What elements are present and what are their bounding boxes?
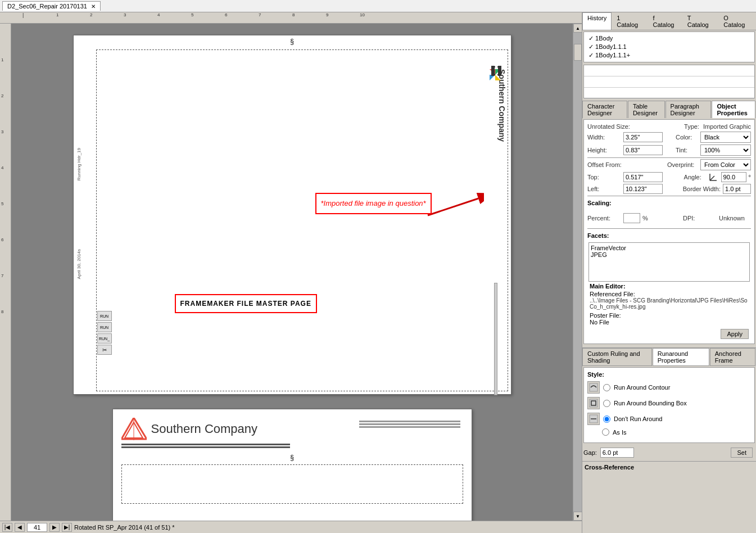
- apply-button[interactable]: Apply: [721, 329, 749, 339]
- angle-label: Angle:: [684, 174, 707, 180]
- as-is-radio[interactable]: [602, 428, 609, 436]
- tab-custom-ruling[interactable]: Custom Ruling and Shading: [582, 348, 652, 366]
- angle-input[interactable]: [721, 172, 746, 182]
- type-value: Imported Graphic: [703, 123, 751, 130]
- angle-unit: °: [749, 174, 751, 180]
- status-text: Rotated Rt SP_Apr 2014 (41 of 51) *: [74, 524, 580, 531]
- left-input[interactable]: [623, 184, 663, 194]
- unrotated-type-row: Unrotated Size: Type: Imported Graphic: [587, 123, 751, 130]
- top-label: Top:: [587, 174, 621, 180]
- color-label: Color:: [676, 134, 698, 141]
- page-1: § Running Hdr_19 April 30, 2014s Souther: [73, 35, 511, 395]
- tab-table-designer[interactable]: Table Designer: [628, 101, 665, 118]
- empty-rows: [583, 65, 755, 98]
- run-around-bounding-row: Run Around Bounding Box: [587, 397, 751, 409]
- width-label: Width:: [587, 134, 621, 141]
- right-lines: [359, 421, 460, 428]
- overprint-label: Overprint:: [667, 161, 698, 168]
- page-2: Southern Company: [112, 409, 472, 521]
- color-select[interactable]: Black White Red: [700, 132, 751, 143]
- run-contour-radio[interactable]: [603, 384, 610, 391]
- type-label: Type:: [684, 123, 701, 130]
- facets-label: Facets:: [587, 232, 609, 239]
- width-input[interactable]: [623, 132, 663, 142]
- running-header: Running Hdr_19: [76, 148, 82, 180]
- run-bounding-radio[interactable]: [603, 400, 610, 407]
- scrollbar-track[interactable]: [573, 33, 582, 512]
- width-color-row: Width: Color: Black White Red: [587, 132, 751, 143]
- overprint-select[interactable]: From Color On Off: [700, 159, 751, 170]
- sep3: [587, 228, 751, 229]
- ruler-top: | 1 2 3 4 5 6 7 8 9 10: [0, 12, 582, 24]
- style-label: Style:: [587, 371, 751, 378]
- percent-dpi-row: Percent: % DPI: Unknown Set dpi...: [587, 210, 751, 227]
- tab-tcatalog[interactable]: T Catalog: [682, 12, 719, 30]
- tab-para-designer[interactable]: Paragraph Designer: [666, 101, 712, 118]
- document-tab[interactable]: D2_Sec06_Repair 20170131 ✕: [2, 1, 101, 11]
- main-editor: Main Editor: Referenced File: ..\..\Imag…: [590, 283, 749, 326]
- svg-rect-10: [590, 399, 597, 407]
- dont-run-icon: [587, 413, 600, 425]
- top-angle-row: Top: Angle: °: [587, 172, 751, 182]
- tab-anchored[interactable]: Anchored Frame: [710, 348, 755, 366]
- history-item-1[interactable]: 1Body: [586, 34, 752, 43]
- history-list: 1Body 1Body1.1.1 1Body1.1.1+: [583, 31, 755, 62]
- poster-file-value: No File: [590, 319, 749, 326]
- set-button[interactable]: Set: [731, 448, 753, 458]
- scrollbar-thumb[interactable]: [574, 44, 582, 61]
- section-mark-p2: §: [121, 454, 463, 462]
- history-item-2[interactable]: 1Body1.1.1: [586, 43, 752, 51]
- last-page-btn[interactable]: ▶|: [62, 523, 72, 532]
- page-number-input[interactable]: [27, 523, 47, 532]
- sidebar: History 1 Catalog f Catalog T Catalog O …: [582, 12, 756, 533]
- tab-history[interactable]: History: [582, 12, 612, 30]
- run-contour-label: Run Around Contour: [614, 384, 670, 391]
- tab-char-designer[interactable]: Character Designer: [582, 101, 627, 118]
- dpi-label: DPI:: [683, 215, 717, 222]
- scroll-up-btn[interactable]: ▲: [573, 24, 582, 33]
- top-input[interactable]: [623, 172, 663, 182]
- border-input[interactable]: [723, 184, 751, 194]
- annotation-box: *Imported file image in question*: [315, 193, 432, 214]
- tab-1catalog[interactable]: 1 Catalog: [612, 12, 648, 30]
- gap-row: Gap: Set: [583, 446, 755, 459]
- cross-reference-tab[interactable]: Cross-Reference: [582, 461, 756, 473]
- next-page-btn[interactable]: ▶: [49, 523, 60, 532]
- prev-page-btn[interactable]: ◀: [15, 523, 25, 532]
- tab-bar: D2_Sec06_Repair 20170131 ✕: [0, 0, 756, 12]
- canvas-scroll[interactable]: § Running Hdr_19 April 30, 2014s Souther: [11, 24, 573, 521]
- run-bounding-label: Run Around Bounding Box: [614, 400, 687, 406]
- sep2: [587, 196, 751, 196]
- dont-run-radio[interactable]: [603, 415, 610, 423]
- as-is-label: As Is: [613, 429, 626, 436]
- tab-fcatalog[interactable]: f Catalog: [648, 12, 682, 30]
- dont-run-row: Don't Run Around: [587, 413, 751, 425]
- facets-label-row: Facets:: [587, 230, 751, 241]
- style-section: Style: Run Around Contour Run Around Bou…: [583, 367, 755, 443]
- run-contour-icon: [587, 381, 600, 394]
- sep1: [587, 157, 751, 158]
- tint-select[interactable]: 100% 50%: [700, 144, 751, 156]
- scroll-down-btn[interactable]: ▼: [573, 512, 582, 521]
- gap-label: Gap:: [583, 449, 597, 456]
- scaling-row: Scaling:: [587, 197, 751, 208]
- master-page-label: FRAMEMAKER FILE MASTER PAGE: [175, 294, 317, 313]
- horizontal-lines: [121, 444, 463, 448]
- angle-icon: [709, 173, 718, 182]
- ruler-left: 1 2 3 4 5 6 7 8: [0, 24, 11, 521]
- tab-runaround[interactable]: Runaround Properties: [653, 348, 709, 366]
- height-input[interactable]: [623, 145, 663, 155]
- scaling-label: Scaling:: [587, 200, 612, 206]
- tab-close-icon[interactable]: ✕: [91, 3, 96, 10]
- facet-1: FrameVector: [591, 245, 748, 251]
- gap-input[interactable]: [600, 448, 634, 458]
- tab-ocatalog[interactable]: O Catalog: [718, 12, 756, 30]
- canvas-area: | 1 2 3 4 5 6 7 8 9 10 1 2 3 4 5 6: [0, 12, 582, 533]
- tab-obj-props[interactable]: Object Properties: [712, 101, 755, 118]
- main-editor-label: Main Editor:: [590, 283, 749, 290]
- status-bar: |◀ ◀ ▶ ▶| Rotated Rt SP_Apr 2014 (41 of …: [0, 521, 582, 533]
- history-item-3[interactable]: 1Body1.1.1+: [586, 51, 752, 60]
- designer-tabs: Character Designer Table Designer Paragr…: [582, 101, 756, 118]
- first-page-btn[interactable]: |◀: [2, 523, 12, 532]
- percent-input[interactable]: [623, 213, 640, 223]
